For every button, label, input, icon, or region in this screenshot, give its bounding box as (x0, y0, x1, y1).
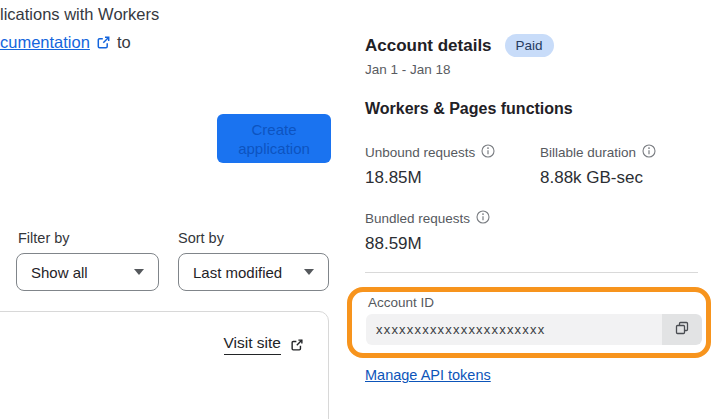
date-range: Jan 1 - Jan 18 (365, 62, 451, 77)
visit-site-label: Visit site (224, 334, 281, 355)
filter-dropdown-value: Show all (31, 264, 88, 281)
intro-line2: cumentation to (0, 28, 159, 56)
copy-account-id-button[interactable] (662, 314, 702, 345)
stat-label: Unbound requests (365, 144, 495, 161)
filter-dropdown[interactable]: Show all (16, 253, 159, 291)
project-card: Visit site (0, 311, 329, 419)
account-details-title: Account details (365, 36, 492, 56)
chevron-down-icon (134, 269, 144, 275)
filter-by-label: Filter by (18, 230, 70, 246)
divider (365, 272, 698, 273)
chevron-down-icon (304, 269, 314, 275)
account-details-header: Account details Paid (365, 34, 554, 57)
external-link-icon (290, 338, 304, 352)
stat-value: 88.59M (365, 234, 490, 254)
stat-billable-duration: Billable duration 8.88k GB-sec (540, 144, 656, 188)
info-icon[interactable] (476, 210, 490, 227)
functions-section-title: Workers & Pages functions (365, 100, 573, 118)
sort-dropdown-value: Last modified (193, 264, 282, 281)
copy-icon (674, 320, 690, 339)
stat-value: 8.88k GB-sec (540, 168, 656, 188)
account-id-label: Account ID (368, 295, 434, 310)
stat-label: Billable duration (540, 144, 656, 161)
stat-label-text: Unbound requests (365, 145, 475, 160)
visit-site-link[interactable]: Visit site (224, 334, 304, 355)
stat-label-text: Bundled requests (365, 211, 470, 226)
stat-unbound-requests: Unbound requests 18.85M (365, 144, 495, 188)
intro-line1: lications with Workers (0, 0, 159, 28)
sort-dropdown[interactable]: Last modified (178, 253, 329, 291)
stat-label: Bundled requests (365, 210, 490, 227)
stat-bundled-requests: Bundled requests 88.59M (365, 210, 490, 254)
paid-badge: Paid (505, 34, 554, 57)
create-application-button[interactable]: Create application (217, 114, 331, 163)
account-id-field: xxxxxxxxxxxxxxxxxxxxxx (366, 314, 702, 345)
account-id-value[interactable]: xxxxxxxxxxxxxxxxxxxxxx (366, 322, 662, 337)
sort-by-label: Sort by (178, 230, 224, 246)
info-icon[interactable] (481, 144, 495, 161)
intro-paragraph: lications with Workers cumentation to (0, 0, 159, 56)
manage-api-tokens-link[interactable]: Manage API tokens (365, 367, 491, 383)
documentation-link[interactable]: cumentation (0, 28, 90, 56)
stat-value: 18.85M (365, 168, 495, 188)
stat-label-text: Billable duration (540, 145, 636, 160)
external-link-icon (96, 35, 111, 50)
info-icon[interactable] (642, 144, 656, 161)
intro-suffix: to (117, 28, 131, 56)
workers-pages-screen: lications with Workers cumentation to Cr… (0, 0, 718, 419)
